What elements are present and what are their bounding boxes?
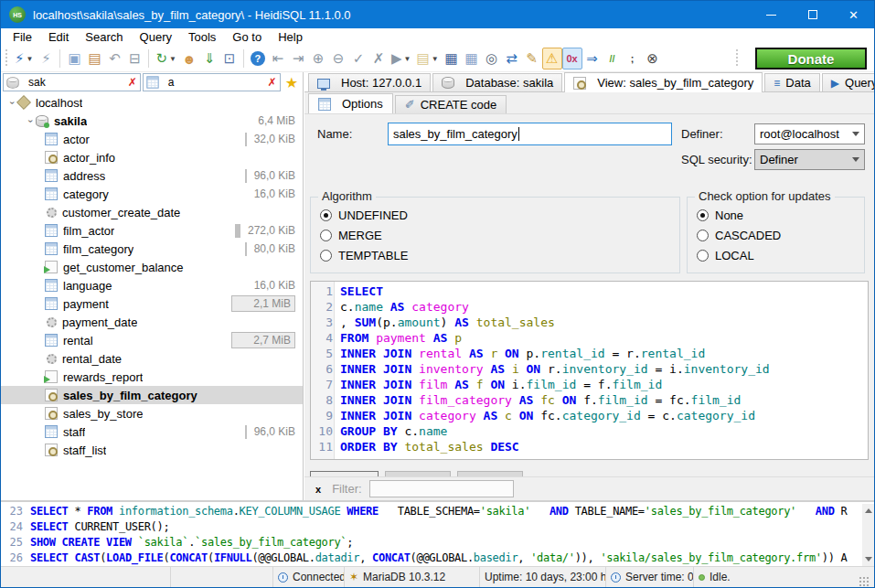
clear-table-filter-icon[interactable]: ✗	[268, 76, 277, 89]
save-to-database-button[interactable]: ⊡	[219, 48, 240, 69]
tree-item-payment[interactable]: payment2,1 MiB	[1, 294, 303, 313]
maximize-button[interactable]	[792, 1, 833, 28]
menu-edit[interactable]: Edit	[40, 29, 77, 45]
filter-input[interactable]	[369, 480, 514, 497]
menu-tools[interactable]: Tools	[180, 29, 224, 45]
delete-row-button[interactable]: ⊖	[328, 48, 348, 69]
tree-item-sakila[interactable]: ›sakila6,4 MiB	[1, 112, 303, 130]
tree-item-customer_create_date[interactable]: customer_create_date	[1, 203, 303, 221]
connect-button[interactable]: ⚡▼	[12, 48, 36, 69]
tree-item-sales_by_store[interactable]: sales_by_store	[1, 404, 303, 422]
check-option-option-cascaded[interactable]: CASCADED	[688, 225, 864, 245]
tree-item-localhost[interactable]: ›localhost	[1, 93, 303, 112]
code-token: CURRENT_USER();	[69, 520, 170, 533]
line-number: 26	[1, 551, 23, 566]
user-manager-button[interactable]: ☻	[179, 48, 199, 69]
copy-button[interactable]: ▣	[64, 48, 84, 69]
stop-process-button[interactable]: ⊗	[643, 48, 663, 69]
menu-go-to[interactable]: Go to	[224, 29, 270, 45]
close-filter-icon[interactable]: x	[315, 484, 321, 495]
view-options-pane: Name: sales_by_film_category Definer: ro…	[304, 113, 874, 500]
menu-search[interactable]: Search	[77, 29, 131, 45]
cancel-editing-button[interactable]: ✗	[368, 48, 389, 69]
save-sql-as-button[interactable]: ▦	[462, 48, 482, 69]
undo-button[interactable]: ↶	[104, 48, 124, 69]
algorithm-option-undefined[interactable]: UNDEFINED	[311, 205, 679, 225]
replace-text-button[interactable]: ⇄	[502, 48, 522, 69]
expand-chevron-icon[interactable]: ›	[7, 97, 17, 108]
definer-combobox[interactable]: root@localhost	[754, 123, 865, 144]
view-select-code-editor[interactable]: 1SELECT2c.name AS category3, SUM(p.amoun…	[310, 281, 869, 460]
tree-item-staff[interactable]: staff96,0 KiB	[1, 422, 303, 441]
warn-unsafe-button[interactable]: ⚠	[542, 48, 562, 69]
subtab-options[interactable]: Options	[308, 93, 393, 113]
print-button[interactable]: ⊟	[124, 48, 144, 69]
clock-icon	[611, 572, 621, 583]
view-name-input[interactable]: sales_by_film_category	[388, 123, 672, 145]
first-row-button[interactable]: ⇤	[268, 48, 288, 69]
minimize-button[interactable]	[751, 1, 792, 28]
tree-item-rewards_report[interactable]: rewards_report	[1, 368, 303, 386]
tree-item-get_customer_balance[interactable]: get_customer_balance	[1, 258, 303, 276]
tree-item-category[interactable]: category16,0 KiB	[1, 185, 303, 203]
disconnect-button[interactable]: ⚡	[36, 48, 56, 69]
code-token: ,	[359, 551, 372, 564]
last-row-button[interactable]: ⇥	[288, 48, 308, 69]
tree-item-actor_info[interactable]: actor_info	[1, 148, 303, 166]
tree-item-rental_date[interactable]: rental_date	[1, 349, 303, 368]
post-changes-button[interactable]: ✓	[348, 48, 368, 69]
subtab-create-code[interactable]: ✐CREATE code	[395, 95, 507, 113]
tree-item-actor[interactable]: actor32,0 KiB	[1, 130, 303, 148]
favorites-star-icon[interactable]: ★	[283, 74, 301, 91]
find-text-button[interactable]: ◎	[482, 48, 502, 69]
next-result-button[interactable]: ⇒	[582, 48, 603, 69]
print-icon: ⊟	[129, 50, 141, 67]
tree-item-rental[interactable]: rental2,7 MiB	[1, 331, 303, 349]
tree-item-payment_date[interactable]: payment_date	[1, 313, 303, 331]
insert-row-button[interactable]: ⊕	[308, 48, 328, 69]
refresh-button[interactable]: ↻▼	[153, 48, 179, 69]
donate-button[interactable]: Donate	[755, 48, 867, 69]
binary-as-hex-button[interactable]: 0x	[562, 48, 582, 69]
menu-query[interactable]: Query	[132, 29, 180, 45]
tab-data[interactable]: ≡Data	[764, 73, 819, 91]
algorithm-option-temptable[interactable]: TEMPTABLE	[311, 245, 679, 265]
title-bar[interactable]: HS localhost\sakila\sales_by_film_catego…	[1, 1, 874, 28]
close-button[interactable]: ✕	[833, 1, 874, 28]
tab-view-sales-by-film-category[interactable]: View: sales_by_film_category	[564, 72, 763, 92]
tree-item-film_actor[interactable]: film_actor272,0 KiB	[1, 221, 303, 240]
save-sql-button[interactable]: ▦	[442, 48, 462, 69]
execute-sql-button[interactable]: ▶▼	[389, 48, 413, 69]
resize-grip[interactable]	[859, 576, 870, 587]
sql-security-label: SQL security:	[681, 153, 752, 166]
delete-row-icon: ⊖	[333, 50, 345, 67]
table-filter-input[interactable]: a ✗	[143, 73, 281, 91]
sql-security-combobox[interactable]: Definer	[754, 149, 865, 170]
scroll-up-icon[interactable]	[865, 508, 872, 513]
scroll-down-icon[interactable]	[865, 557, 872, 561]
expand-chevron-icon[interactable]: ›	[26, 115, 36, 126]
menu-file[interactable]: File	[5, 29, 40, 45]
tree-item-film_category[interactable]: film_category80,0 KiB	[1, 240, 303, 258]
delimiter-button[interactable]: ;	[623, 48, 643, 69]
algorithm-option-merge[interactable]: MERGE	[311, 225, 679, 245]
tree-item-sales_by_film_category[interactable]: sales_by_film_category	[1, 386, 303, 404]
tab-query[interactable]: ▶Query	[822, 73, 875, 91]
tab-database-sakila[interactable]: Database: sakila	[432, 73, 562, 91]
comment-toggle-button[interactable]: //	[603, 48, 623, 69]
paste-button[interactable]: ▤	[84, 48, 104, 69]
help-button[interactable]: ?	[248, 48, 268, 69]
clear-database-filter-icon[interactable]: ✗	[128, 76, 137, 89]
tree-item-language[interactable]: language16,0 KiB	[1, 276, 303, 294]
reformat-sql-button[interactable]: ✎	[522, 48, 542, 69]
tree-item-staff_list[interactable]: staff_list	[1, 441, 303, 459]
log-scrollbar[interactable]	[862, 504, 874, 566]
tab-host-127-0-0-1[interactable]: Host: 127.0.0.1	[308, 73, 431, 91]
check-option-option-local[interactable]: LOCAL	[688, 245, 864, 265]
menu-help[interactable]: Help	[270, 29, 311, 45]
check-option-option-none[interactable]: None	[688, 205, 864, 225]
tree-item-address[interactable]: address96,0 KiB	[1, 166, 303, 185]
database-filter-input[interactable]: sak ✗	[3, 73, 141, 91]
export-database-button[interactable]: ⇓	[199, 48, 219, 69]
load-sql-file-button[interactable]: ▤▼	[413, 48, 441, 69]
